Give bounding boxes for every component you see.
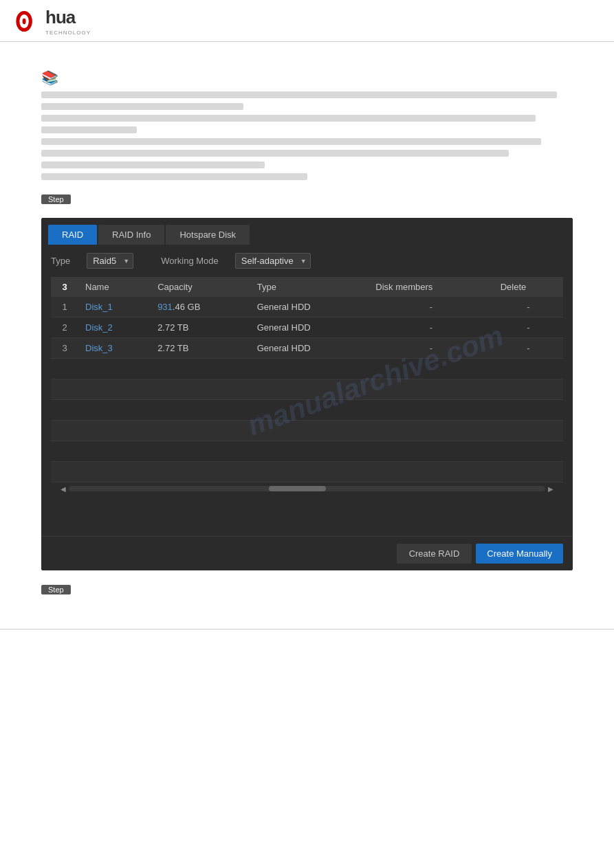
table-header-row: 3 Name Capacity Type Disk members Delete	[51, 277, 563, 297]
table-row-empty	[51, 441, 563, 462]
col-delete: Delete	[494, 277, 563, 297]
logo-text-group: hua TECHNOLOGY	[45, 7, 91, 36]
text-bar-2	[41, 103, 243, 110]
working-mode-select[interactable]: Self-adaptive	[235, 253, 311, 269]
raid-config-row: Type Raid5 Working Mode Self-adaptive	[51, 253, 563, 269]
working-mode-select-wrapper[interactable]: Self-adaptive	[235, 253, 311, 269]
create-raid-button[interactable]: Create RAID	[397, 544, 472, 564]
page-content: 📚 Step manualarchive.com RAID RAID Info …	[0, 42, 614, 615]
row-1-disk-members: -	[369, 297, 493, 318]
col-capacity: Capacity	[151, 277, 250, 297]
type-select-wrapper[interactable]: Raid5	[87, 253, 133, 269]
raid-panel-spacer	[41, 502, 573, 536]
table-row-empty	[51, 359, 563, 379]
horizontal-scrollbar[interactable]: ◀ ▶	[51, 484, 563, 493]
col-count: 3	[51, 277, 78, 297]
row-2-disk-members: -	[369, 318, 493, 338]
tab-raid-info[interactable]: RAID Info	[98, 225, 164, 245]
row-3-delete[interactable]: -	[494, 338, 563, 359]
table-row: 3 Disk_3 2.72 TB General HDD - -	[51, 338, 563, 359]
text-bar-3	[41, 115, 536, 122]
row-3-disk-members: -	[369, 338, 493, 359]
text-bar-7	[41, 162, 265, 168]
text-bar-6	[41, 150, 509, 157]
col-name: Name	[78, 277, 151, 297]
working-mode-label: Working Mode	[161, 256, 219, 266]
row-2-type: General HDD	[250, 318, 369, 338]
row-1-capacity-highlight: 931	[157, 302, 173, 312]
step-label-top: Step	[41, 194, 71, 204]
page-header: hua TECHNOLOGY	[0, 0, 614, 42]
create-manually-button[interactable]: Create Manually	[476, 544, 563, 564]
raid-tabs: RAID RAID Info Hotspare Disk	[41, 218, 573, 245]
col-disk-members: Disk members	[369, 277, 493, 297]
table-row-empty	[51, 400, 563, 421]
scrollbar-thumb[interactable]	[269, 486, 326, 491]
row-3-type: General HDD	[250, 338, 369, 359]
col-type: Type	[250, 277, 369, 297]
row-2-delete[interactable]: -	[494, 318, 563, 338]
raid-body: Type Raid5 Working Mode Self-adaptive	[41, 245, 573, 502]
text-bar-8	[41, 173, 307, 180]
table-row-empty	[51, 462, 563, 482]
row-3-name[interactable]: Disk_3	[78, 338, 151, 359]
tab-raid[interactable]: RAID	[48, 225, 97, 245]
scroll-right-arrow[interactable]: ▶	[545, 485, 556, 493]
text-bar-5	[41, 138, 541, 145]
note-section: 📚	[41, 69, 573, 180]
row-3-capacity: 2.72 TB	[151, 338, 250, 359]
note-icon: 📚	[41, 69, 573, 86]
footer-line	[0, 629, 614, 630]
logo-tagline: TECHNOLOGY	[45, 30, 91, 36]
step-label-bottom: Step	[41, 585, 71, 594]
row-2-name[interactable]: Disk_2	[78, 318, 151, 338]
row-1-type: General HDD	[250, 297, 369, 318]
type-label: Type	[51, 256, 70, 266]
table-row-empty	[51, 379, 563, 400]
tab-hotspare-disk[interactable]: Hotspare Disk	[166, 225, 250, 245]
scroll-left-arrow[interactable]: ◀	[58, 485, 69, 493]
step-label-top-container: Step	[41, 194, 573, 211]
row-1-num: 1	[51, 297, 78, 318]
raid-table: 3 Name Capacity Type Disk members Delete…	[51, 277, 563, 482]
dahua-logo-icon	[14, 8, 43, 34]
row-1-name[interactable]: Disk_1	[78, 297, 151, 318]
table-row: 1 Disk_1 931.46 GB General HDD - -	[51, 297, 563, 318]
logo: hua TECHNOLOGY	[14, 7, 91, 36]
text-bar-1	[41, 91, 557, 98]
table-row: 2 Disk_2 2.72 TB General HDD - -	[51, 318, 563, 338]
type-select[interactable]: Raid5	[87, 253, 133, 269]
svg-point-2	[23, 19, 26, 24]
row-1-capacity: 931.46 GB	[151, 297, 250, 318]
row-1-delete[interactable]: -	[494, 297, 563, 318]
logo-brand: hua	[45, 7, 75, 27]
step-label-bottom-container: Step	[41, 584, 573, 601]
raid-button-row: Create RAID Create Manually	[41, 536, 573, 570]
raid-panel: RAID RAID Info Hotspare Disk Type Raid5 …	[41, 218, 573, 570]
scrollbar-track[interactable]	[69, 486, 545, 491]
row-2-capacity: 2.72 TB	[151, 318, 250, 338]
row-3-num: 3	[51, 338, 78, 359]
row-2-num: 2	[51, 318, 78, 338]
text-bar-4	[41, 126, 137, 133]
table-row-empty	[51, 421, 563, 441]
